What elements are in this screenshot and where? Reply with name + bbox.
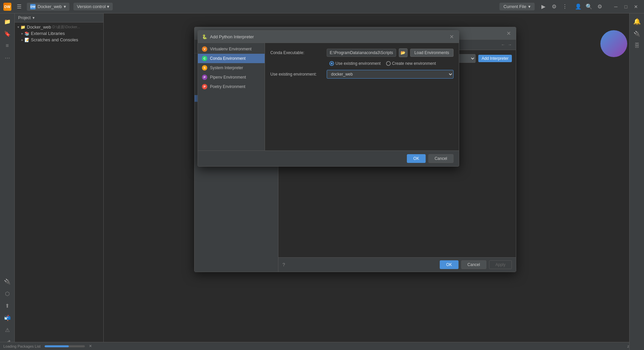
- maximize-button[interactable]: □: [621, 2, 631, 11]
- sidebar-icon-bookmarks[interactable]: 🔖: [2, 28, 13, 39]
- tree-item-label: Docker_web: [27, 25, 51, 30]
- env-select-label: Use existing environment:: [270, 72, 324, 77]
- cancel-button[interactable]: Cancel: [461, 260, 486, 269]
- interp-type-label: Pipenv Environment: [210, 75, 246, 80]
- interp-type-pipenv[interactable]: P Pipenv Environment: [198, 73, 265, 82]
- system-icon: S: [202, 65, 207, 71]
- statusbar: Loading Packages List ✕ znwx.cn: [0, 342, 644, 350]
- tree-item-docker-web[interactable]: ▾ 📁 Docker_web D:\桌面\Docker...: [15, 24, 103, 30]
- load-environments-button[interactable]: Load Environments: [410, 49, 453, 57]
- sidebar-icon-project[interactable]: 📁: [2, 16, 13, 27]
- ok-button[interactable]: OK: [440, 260, 458, 269]
- add-interpreter-titlebar: 🐍 Add Python Interpreter ✕: [198, 31, 459, 43]
- add-interp-ok-button[interactable]: OK: [407, 154, 425, 163]
- sidebar-icon-structure[interactable]: ≡: [2, 40, 13, 51]
- pipenv-icon: P: [202, 75, 207, 80]
- environment-type-radio-row: Use existing environment Create new envi…: [270, 61, 453, 66]
- run-config-selector[interactable]: Current File ▾: [499, 3, 535, 10]
- project-name-label: Docker_web: [38, 4, 62, 9]
- progress-close-icon[interactable]: ✕: [89, 344, 92, 348]
- sidebar-icon-more[interactable]: ⋯: [2, 52, 13, 63]
- settings-gear-icon[interactable]: ⚙: [595, 2, 604, 11]
- interp-type-conda[interactable]: C Conda Environment: [198, 54, 265, 63]
- project-status-label: Loading Packages List: [3, 344, 41, 348]
- python-icon: 🐍: [202, 34, 207, 39]
- toolbar-icons: ▶ ⚙ ⋮: [539, 2, 570, 11]
- sidebar-icon-issues[interactable]: ⚠: [2, 324, 13, 335]
- folder-icon: 📚: [24, 31, 30, 36]
- tree-arrow-icon: ▾: [17, 25, 19, 29]
- breadcrumb-back-icon[interactable]: ←: [501, 42, 505, 47]
- browse-button[interactable]: 📂: [399, 48, 408, 57]
- use-existing-radio[interactable]: Use existing environment: [329, 61, 381, 66]
- debug-button[interactable]: ⚙: [549, 2, 559, 11]
- conda-executable-input[interactable]: [327, 49, 396, 57]
- hamburger-icon[interactable]: ☰: [15, 2, 23, 11]
- project-tree: ▾ 📁 Docker_web D:\桌面\Docker... ▸ 📚 Exter…: [15, 23, 103, 350]
- tree-item-label: Scratches and Consoles: [31, 37, 78, 42]
- tree-path-label: D:\桌面\Docker...: [52, 25, 80, 30]
- sidebar-icon-notifications[interactable]: 📬: [2, 312, 13, 323]
- interp-type-poetry[interactable]: P Poetry Environment: [198, 82, 265, 91]
- tree-item-scratches[interactable]: ▸ 📝 Scratches and Consoles: [15, 37, 103, 43]
- help-icon[interactable]: ?: [282, 262, 285, 267]
- more-actions-button[interactable]: ⋮: [560, 2, 570, 11]
- progress-bar-fill: [45, 345, 69, 347]
- avatar: [600, 30, 627, 57]
- interp-type-virtualenv[interactable]: V Virtualenv Environment: [198, 44, 265, 54]
- tree-item-external-libs[interactable]: ▸ 📚 External Libraries: [15, 30, 103, 37]
- interpreter-type-list: V Virtualenv Environment C Conda Environ…: [198, 43, 265, 150]
- main-layout: 📁 🔖 ≡ ⋯ 🔌 ⬡ ⬆ 📬 ⚠ ⎇ Project ▾ ▾ 📁 Docker…: [0, 13, 644, 350]
- plugin-right-icon[interactable]: 🔌: [632, 28, 642, 39]
- right-sidebar-icons: 🔔 🔌 🗄: [629, 13, 644, 350]
- project-label: Project: [18, 15, 31, 20]
- run-config-label: Current File: [503, 4, 526, 9]
- version-control-button[interactable]: Version control ▾: [73, 3, 113, 10]
- project-switcher[interactable]: DW Docker_web ▾: [27, 3, 69, 11]
- project-arrow-icon: ▾: [33, 15, 35, 20]
- create-new-label: Create new environment: [392, 61, 436, 66]
- poetry-icon: P: [202, 84, 207, 89]
- notification-bell-icon[interactable]: 🔔: [632, 16, 642, 27]
- add-interpreter-title-label: Add Python Interpreter: [210, 34, 254, 39]
- project-dropdown-icon: ▾: [64, 4, 66, 9]
- database-icon[interactable]: 🗄: [632, 40, 642, 51]
- add-interp-cancel-button[interactable]: Cancel: [428, 154, 453, 163]
- add-interpreter-body: V Virtualenv Environment C Conda Environ…: [198, 43, 459, 150]
- tree-arrow-icon: ▸: [21, 32, 23, 35]
- sidebar-icon-deploy[interactable]: ⬆: [2, 300, 13, 311]
- minimize-button[interactable]: ─: [611, 2, 621, 11]
- scratches-icon: 📝: [24, 38, 30, 42]
- progress-bar: [45, 345, 85, 347]
- run-config-chevron-icon: ▾: [528, 4, 531, 9]
- profile-icon[interactable]: 👤: [574, 2, 583, 11]
- vc-chevron-icon: ▾: [107, 4, 109, 9]
- settings-close-button[interactable]: ✕: [505, 30, 512, 37]
- close-button[interactable]: ✕: [631, 2, 641, 11]
- add-interpreter-close-button[interactable]: ✕: [448, 33, 455, 40]
- window-controls: ─ □ ✕: [611, 2, 641, 11]
- existing-env-select[interactable]: docker_web: [327, 70, 453, 79]
- tree-item-label: External Libraries: [31, 31, 65, 36]
- breadcrumb-forward-icon[interactable]: →: [508, 42, 512, 47]
- sidebar-icon-plugins[interactable]: 🔌: [2, 276, 13, 287]
- conda-icon: C: [202, 56, 207, 61]
- apply-button[interactable]: Apply: [489, 260, 512, 269]
- add-interpreter-title: 🐍 Add Python Interpreter: [202, 34, 254, 39]
- use-existing-label: Use existing environment: [335, 61, 381, 66]
- sidebar-icon-layers[interactable]: ⬡: [2, 288, 13, 299]
- interp-type-system[interactable]: S System Interpreter: [198, 63, 265, 73]
- create-new-radio-dot: [386, 61, 391, 66]
- use-existing-radio-dot: [329, 61, 334, 66]
- run-button[interactable]: ▶: [539, 2, 548, 11]
- main-content: 🔔 🔌 🗄 ⚙ Settings ✕: [104, 13, 644, 350]
- interp-type-label: System Interpreter: [210, 65, 243, 70]
- titlebar: DW ☰ DW Docker_web ▾ Version control ▾ C…: [0, 0, 644, 13]
- project-icon: DW: [30, 4, 36, 9]
- app-logo: DW: [3, 3, 11, 11]
- create-new-radio[interactable]: Create new environment: [386, 61, 436, 66]
- conda-executable-label: Conda Executable:: [270, 50, 324, 55]
- interp-type-label: Virtualenv Environment: [210, 47, 252, 51]
- search-button[interactable]: 🔍: [584, 2, 594, 11]
- add-interpreter-button[interactable]: Add Interpreter: [478, 55, 512, 62]
